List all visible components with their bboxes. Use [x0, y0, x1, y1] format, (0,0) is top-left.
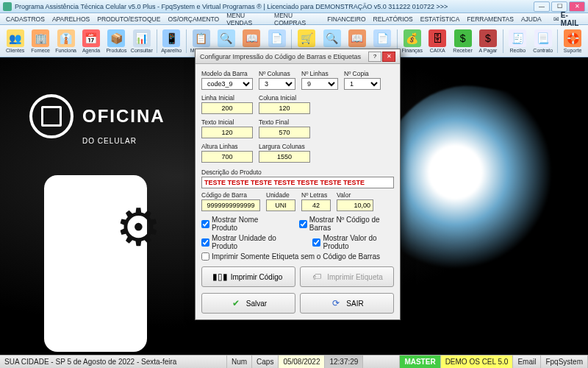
relatório-icon: 📄 [268, 29, 286, 47]
menu os-icon: 📋 [193, 29, 210, 47]
toolbar-receber[interactable]: $Receber [451, 26, 475, 56]
n-linhas-label: Nº Linhas [301, 70, 338, 77]
menu-produto/estoque[interactable]: PRODUTO/ESTOQUE [94, 15, 163, 23]
app-icon [3, 2, 12, 11]
menu-os/orçamento[interactable]: OS/ORÇAMENTO [165, 15, 222, 23]
barcode-icon: ▮▯▮ [215, 271, 226, 283]
menu-menu vendas[interactable]: MENU VENDAS [223, 12, 270, 26]
altura-linhas-input[interactable] [201, 151, 253, 163]
n-copia-select[interactable]: 1 [344, 78, 381, 90]
toolbar-contrato[interactable]: 📃Contrato [531, 26, 555, 56]
toolbar-finanças[interactable]: 💰Finanças [400, 26, 424, 56]
status-master: MASTER [400, 355, 440, 368]
toolbar-separator [186, 29, 187, 53]
menu-ferramentas[interactable]: FERRAMENTAS [464, 15, 517, 23]
unidade-input[interactable] [266, 199, 295, 211]
n-linhas-select[interactable]: 9 [301, 78, 338, 90]
imprimir-etiqueta-button[interactable]: 🏷 Imprimir Etiqueta [300, 266, 394, 287]
caixa-icon: 🗄 [429, 29, 446, 47]
salvar-button[interactable]: ✔ Salvar [201, 293, 295, 314]
linha-inicial-input[interactable] [201, 102, 253, 114]
toolbar-a pagar[interactable]: $A Pagar [476, 26, 500, 56]
fornece-icon: 🏢 [32, 29, 49, 47]
menu-ajuda[interactable]: AJUDA [518, 15, 545, 23]
toolbar-label: CAIXA [430, 48, 445, 53]
finanças-icon: 💰 [404, 29, 421, 47]
agenda-icon: 📅 [82, 29, 100, 47]
toolbar-label: Clientes [6, 48, 24, 53]
check-icon: ✔ [230, 297, 242, 309]
status-spacer [363, 355, 400, 368]
n-letras-label: Nº Letras [301, 191, 331, 199]
n-colunas-select[interactable]: 3 [259, 78, 295, 90]
menubar: CADASTROSAPARELHOSPRODUTO/ESTOQUEOS/ORÇA… [0, 13, 588, 25]
toolbar-consultar[interactable]: 📊Consultar [129, 26, 154, 56]
a pagar-icon: $ [479, 29, 497, 47]
chk-valor-produto[interactable]: Mostrar Valor do Produto [312, 234, 394, 250]
largura-colunas-label: Largura Colunas [259, 143, 310, 150]
email-button[interactable]: ✉ E-MAIL [551, 11, 585, 27]
toolbar-recibo[interactable]: 🧾Recibo [506, 26, 530, 56]
chk-nome-produto[interactable]: Mostrar Nome Produto [201, 216, 279, 232]
menu-financeiro[interactable]: FINANCEIRO [324, 15, 368, 23]
toolbar-agenda[interactable]: 📅Agenda [79, 26, 103, 56]
n-letras-input[interactable] [301, 199, 331, 211]
coluna-inicial-input[interactable] [259, 102, 310, 114]
vendas-icon: 🛒 [298, 29, 315, 47]
toolbar-label: Aparelho [161, 48, 182, 53]
unidade-label: Unidade [266, 191, 295, 199]
maximize-button[interactable]: ☐ [551, 1, 567, 12]
toolbar-label: Recibo [509, 48, 526, 53]
descricao-label: Descrição do Produto [201, 169, 394, 176]
dialog-titlebar: Configurar Impressão do Código de Barras… [196, 49, 400, 64]
menu-relatórios[interactable]: RELATÓRIOS [370, 15, 416, 23]
gear-icon [29, 94, 74, 138]
descricao-input[interactable] [201, 177, 394, 188]
exit-icon: ⟳ [330, 297, 342, 309]
toolbar-label: Contrato [533, 48, 553, 53]
modelo-barra-select[interactable]: code3_9 [201, 78, 253, 90]
funciona-icon: 👔 [57, 29, 75, 47]
chk-unidade-produto[interactable]: Mostrar Unidade do Produto [201, 234, 292, 250]
toolbar-produtos[interactable]: 📦Produtos [104, 26, 129, 56]
toolbar-label: Produtos [106, 48, 126, 53]
codigo-barra-label: Código de Barra [201, 191, 260, 199]
menu-cadastros[interactable]: CADASTROS [3, 15, 48, 23]
window-title: Programa Assistência Técnica Celular v5.… [15, 3, 534, 10]
toolbar-funciona[interactable]: 👔Funciona [54, 26, 78, 56]
altura-linhas-label: Altura Linhas [201, 143, 253, 150]
chk-codigo-barras[interactable]: Mostrar Nº Código de Barras [299, 216, 394, 232]
codigo-barra-input[interactable] [201, 199, 260, 211]
toolbar-separator [157, 29, 157, 53]
texto-inicial-input[interactable] [201, 127, 253, 138]
menu-menu compras[interactable]: MENU COMPRAS [271, 12, 323, 26]
toolbar-label: Finanças [402, 48, 423, 53]
menu-aparelhos[interactable]: APARELHOS [49, 15, 93, 23]
imprimir-codigo-button[interactable]: ▮▯▮ Imprimir Código [201, 266, 295, 287]
dialog-close-button[interactable]: ✕ [382, 52, 395, 62]
pesquisa-icon: 🔍 [323, 29, 341, 47]
toolbar-label: Fornece [31, 48, 50, 53]
toolbar-aparelho[interactable]: 📱Aparelho [159, 26, 183, 56]
texto-final-input[interactable] [259, 127, 310, 138]
status-email[interactable]: Email [513, 355, 541, 368]
largura-colunas-input[interactable] [259, 151, 310, 163]
menu-estatística[interactable]: ESTATÍSTICA [417, 15, 463, 23]
aparelho-icon: 📱 [162, 29, 180, 47]
status-date: 05/08/2022 [279, 355, 325, 368]
modelo-barra-label: Modelo da Barra [201, 70, 253, 77]
n-copia-label: Nº Copia [344, 70, 381, 77]
toolbar-caixa[interactable]: 🗄CAIXA [425, 26, 449, 56]
toolbar-clientes[interactable]: 👥Clientes [3, 26, 27, 56]
dialog-help-button[interactable]: ? [368, 52, 381, 62]
minimize-button[interactable]: — [534, 1, 550, 12]
produtos-icon: 📦 [107, 29, 125, 47]
toolbar-suporte[interactable]: 🛟Suporte [560, 26, 584, 56]
sair-button[interactable]: ⟳ SAIR [300, 293, 394, 314]
toolbar-fornece[interactable]: 🏢Fornece [28, 26, 52, 56]
toolbar-label: Receber [453, 48, 472, 53]
valor-input[interactable] [337, 199, 373, 211]
close-button[interactable]: ✕ [569, 1, 585, 12]
chk-somente-etiqueta[interactable]: Imprimir Somente Etiqueta sem o Código d… [201, 252, 380, 261]
toolbar-label: Suporte [564, 48, 582, 53]
